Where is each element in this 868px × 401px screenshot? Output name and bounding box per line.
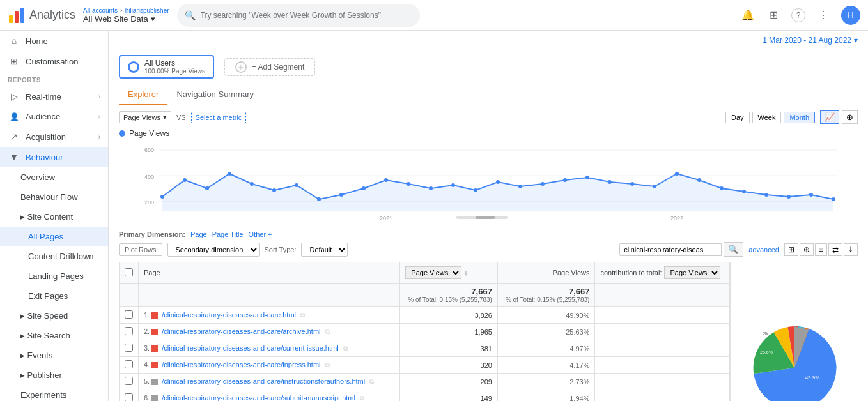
- svg-point-32: [630, 182, 634, 186]
- svg-point-37: [742, 190, 746, 193]
- customisation-icon: ⊞: [8, 56, 20, 66]
- breadcrumb-accounts[interactable]: All accounts: [83, 7, 118, 14]
- data-table-button[interactable]: ⊞: [784, 243, 798, 256]
- external-link-icon[interactable]: ⧉: [343, 345, 348, 352]
- page-link[interactable]: /clinical-respiratory-diseases-and-care.…: [162, 311, 296, 319]
- table-header-row: Page Page Views ↓: [120, 262, 730, 284]
- page-link[interactable]: /clinical-respiratory-diseases-and-care/…: [162, 361, 320, 368]
- sidebar-item-experiments[interactable]: Experiments: [0, 385, 108, 401]
- chart-type-buttons: 📈 ⊕: [820, 110, 858, 124]
- row-checkbox[interactable]: [125, 360, 133, 368]
- sidebar-item-publisher[interactable]: ▸ Publisher: [0, 365, 108, 385]
- search-filter-submit[interactable]: 🔍: [724, 242, 743, 257]
- apps-icon[interactable]: ⊞: [766, 8, 781, 23]
- external-link-icon[interactable]: ⧉: [360, 395, 364, 401]
- page-views-column-header[interactable]: Page Views ↓: [400, 262, 498, 284]
- sidebar-item-behaviour[interactable]: ▼ Behaviour: [0, 147, 108, 167]
- dim-page-title[interactable]: Page Title: [212, 231, 244, 238]
- page-views-cell: 1,965: [400, 324, 498, 340]
- svg-point-20: [362, 186, 366, 190]
- help-icon[interactable]: ?: [791, 8, 805, 22]
- svg-text:5%: 5%: [762, 331, 768, 335]
- search-bar[interactable]: 🔍: [177, 4, 420, 27]
- page-views-cell: 3,826: [400, 307, 498, 324]
- svg-point-22: [407, 182, 410, 186]
- table-section: Primary Dimension: Page Page Title Other…: [109, 231, 868, 401]
- sidebar-item-overview[interactable]: Overview: [0, 167, 108, 187]
- sidebar-item-realtime[interactable]: ▷ Real-time ›: [0, 86, 108, 107]
- sidebar-item-site-speed[interactable]: ▸ Site Speed: [0, 306, 108, 326]
- svg-point-17: [295, 183, 298, 187]
- scatter-chart-button[interactable]: ⊕: [842, 110, 858, 124]
- sidebar-item-customisation[interactable]: ⊞ Customisation: [0, 51, 108, 72]
- property-selector[interactable]: All Web Site Data ▾: [83, 14, 169, 24]
- page-views-cell: 209: [400, 374, 498, 390]
- row-checkbox[interactable]: [125, 310, 133, 319]
- search-input[interactable]: [201, 11, 412, 20]
- month-view-button[interactable]: Month: [784, 112, 815, 123]
- page-views-metric-select[interactable]: Page Views ▾: [119, 111, 171, 123]
- row-checkbox[interactable]: [125, 377, 133, 385]
- bar-chart-button[interactable]: ≡: [815, 243, 827, 256]
- all-users-segment[interactable]: All Users 100.00% Page Views: [119, 55, 214, 79]
- export-button[interactable]: ⤓: [844, 243, 858, 256]
- sidebar-item-behaviour-flow[interactable]: Behaviour Flow: [0, 187, 108, 207]
- week-view-button[interactable]: Week: [752, 112, 782, 123]
- row-color-indicator: [151, 395, 158, 401]
- external-link-icon[interactable]: ⧉: [369, 378, 374, 385]
- row-checkbox[interactable]: [125, 327, 133, 335]
- sidebar-section-reports: REPORTS: [0, 72, 108, 86]
- notifications-icon[interactable]: 🔔: [740, 8, 756, 23]
- svg-point-11: [160, 195, 164, 199]
- advanced-button[interactable]: advanced: [748, 246, 779, 253]
- dim-other[interactable]: Other +: [249, 231, 272, 238]
- sidebar-item-site-content[interactable]: ▸ Site Content: [0, 207, 108, 227]
- secondary-dimension-select[interactable]: Secondary dimension: [167, 243, 260, 257]
- row-checkbox[interactable]: [125, 344, 133, 352]
- line-chart-button[interactable]: 📈: [820, 110, 839, 124]
- pie-chart-button[interactable]: ⊕: [800, 243, 814, 256]
- sidebar-item-site-search[interactable]: ▸ Site Search: [0, 326, 108, 345]
- tab-navigation-summary[interactable]: Navigation Summary: [167, 84, 263, 105]
- sidebar-item-events[interactable]: ▸ Events: [0, 345, 108, 365]
- more-icon[interactable]: ⋮: [816, 8, 831, 23]
- sidebar-item-audience[interactable]: 👤 Audience ›: [0, 107, 108, 126]
- external-link-icon[interactable]: ⧉: [300, 312, 305, 319]
- svg-point-13: [205, 186, 209, 190]
- sidebar-item-all-pages[interactable]: All Pages: [0, 227, 108, 246]
- contribution-select[interactable]: Page Views: [664, 266, 720, 279]
- plot-rows-button[interactable]: Plot Rows: [119, 243, 162, 256]
- sidebar-item-content-drilldown[interactable]: Content Drilldown: [0, 246, 108, 266]
- external-link-icon[interactable]: ⧉: [325, 361, 330, 368]
- pivot-button[interactable]: ⇄: [828, 243, 842, 256]
- svg-point-24: [451, 183, 455, 187]
- svg-text:400: 400: [144, 174, 154, 180]
- page-link[interactable]: /clinical-respiratory-diseases-and-care/…: [162, 394, 355, 401]
- avatar[interactable]: H: [841, 6, 860, 25]
- page-link[interactable]: /clinical-respiratory-diseases-and-care/…: [162, 377, 365, 385]
- date-range-selector[interactable]: 1 Mar 2020 - 21 Aug 2022 ▾: [763, 36, 858, 45]
- sort-type-select[interactable]: Default: [301, 243, 348, 257]
- select-all-checkbox[interactable]: [125, 268, 133, 276]
- table-main: Page Page Views ↓: [119, 262, 730, 401]
- select-all-checkbox-header[interactable]: [120, 262, 139, 284]
- day-view-button[interactable]: Day: [725, 112, 750, 123]
- sidebar-item-exit-pages[interactable]: Exit Pages: [0, 286, 108, 306]
- add-segment-button[interactable]: + + Add Segment: [224, 58, 315, 76]
- search-filter-input[interactable]: [619, 243, 722, 256]
- page-link[interactable]: /clinical-respiratory-diseases-and-care/…: [162, 328, 320, 335]
- select-metric-button[interactable]: Select a metric: [191, 112, 247, 123]
- sidebar-item-landing-pages[interactable]: Landing Pages: [0, 266, 108, 286]
- breadcrumb-publisher[interactable]: hiliarispublisher: [125, 7, 169, 14]
- row-color-indicator: [151, 379, 158, 385]
- sidebar-item-home[interactable]: ⌂ Home: [0, 31, 108, 51]
- table-row: 6. /clinical-respiratory-diseases-and-ca…: [120, 390, 730, 402]
- sidebar-item-acquisition[interactable]: ↗ Acquisition ›: [0, 126, 108, 147]
- external-link-icon[interactable]: ⧉: [325, 328, 330, 335]
- page-link[interactable]: /clinical-respiratory-diseases-and-care/…: [162, 344, 338, 352]
- segment-bar: All Users 100.00% Page Views + + Add Seg…: [109, 50, 868, 84]
- page-views-header-select[interactable]: Page Views: [405, 266, 461, 279]
- tab-explorer[interactable]: Explorer: [119, 84, 167, 105]
- row-checkbox[interactable]: [125, 393, 133, 401]
- dim-page[interactable]: Page: [190, 231, 207, 238]
